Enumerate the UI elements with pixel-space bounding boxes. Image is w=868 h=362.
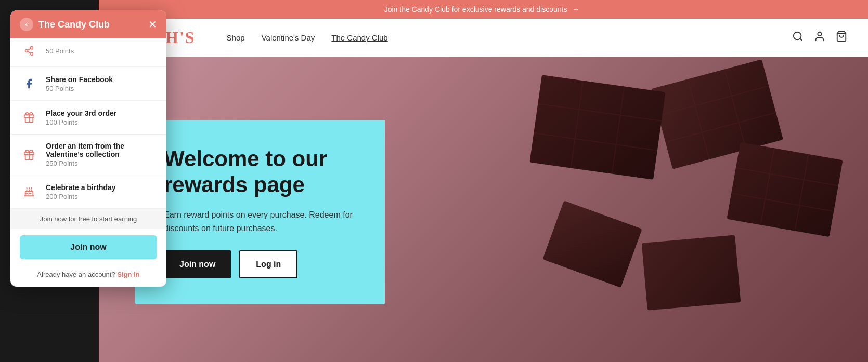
valentines-info: Order an item from the Valentine's colle… <box>46 142 157 167</box>
svg-line-19 <box>28 51 31 53</box>
svg-point-18 <box>31 52 33 55</box>
announcement-arrow: → <box>572 5 579 14</box>
facebook-icon <box>20 74 38 93</box>
site-header: LEIGH'S Shop Valentine's Day The Candy C… <box>99 19 868 57</box>
facebook-info: Share on Facebook 50 Points <box>46 75 157 92</box>
svg-point-2 <box>818 32 821 36</box>
svg-line-14 <box>538 104 662 121</box>
signin-link[interactable]: Sign in <box>117 271 139 278</box>
cake-icon <box>20 182 38 201</box>
choc-piece-4 <box>542 200 642 287</box>
search-icon[interactable] <box>792 31 804 45</box>
hero-section: Welcome to our rewards page Earn reward … <box>99 57 868 362</box>
announcement-bar[interactable]: Join the Candy Club for exclusive reward… <box>99 0 868 19</box>
hero-join-button[interactable]: Join now <box>164 250 231 278</box>
gift-icon-1 <box>20 108 38 127</box>
hero-login-button[interactable]: Log in <box>239 250 297 278</box>
svg-line-1 <box>800 38 802 41</box>
svg-line-5 <box>724 69 746 150</box>
svg-line-7 <box>665 113 776 142</box>
svg-line-12 <box>571 81 584 168</box>
close-icon: ✕ <box>148 19 157 30</box>
announcement-text: Join the Candy Club for exclusive reward… <box>384 5 567 14</box>
reward-item-partial: 50 Points <box>10 38 166 67</box>
choc-piece-3 <box>642 235 741 310</box>
valentines-points: 250 Points <box>46 159 157 167</box>
svg-line-8 <box>760 148 774 225</box>
choc-piece-5 <box>529 75 665 180</box>
birthday-points: 200 Points <box>46 193 157 200</box>
reward-item-third-order: Place your 3rd order 100 Points <box>10 101 166 135</box>
cta-text: Join now for free to start earning <box>40 215 137 223</box>
valentines-name: Order an item from the Valentine's colle… <box>46 142 157 158</box>
svg-line-13 <box>612 86 625 173</box>
birthday-name: Celebrate a birthday <box>46 183 157 192</box>
panel-close-button[interactable]: ✕ <box>148 19 157 30</box>
nav-valentines[interactable]: Valentine's Day <box>262 33 315 42</box>
panel-back-button[interactable]: ‹ <box>20 18 33 31</box>
account-icon[interactable] <box>814 31 825 45</box>
partial-points: 50 Points <box>46 47 157 55</box>
facebook-reward-name: Share on Facebook <box>46 75 157 84</box>
third-order-name: Place your 3rd order <box>46 109 157 117</box>
panel-signin: Already have an account? Sign in <box>10 265 166 287</box>
hero-title: Welcome to our rewards page <box>164 146 356 198</box>
partial-icon <box>20 42 38 60</box>
reward-item-birthday: Celebrate a birthday 200 Points <box>10 175 166 209</box>
signin-prefix: Already have an account? <box>37 271 115 278</box>
svg-point-17 <box>25 50 28 52</box>
third-order-info: Place your 3rd order 100 Points <box>46 109 157 126</box>
svg-line-20 <box>28 48 31 50</box>
panel-title: The Candy Club <box>38 19 110 30</box>
choc-piece-2 <box>727 142 843 237</box>
back-icon: ‹ <box>25 20 28 29</box>
cart-icon[interactable] <box>836 31 847 45</box>
gift-icon-2 <box>20 145 38 164</box>
svg-line-6 <box>658 86 769 115</box>
third-order-points: 100 Points <box>46 118 157 126</box>
rewards-panel: ‹ The Candy Club ✕ 50 Points Share on <box>10 10 166 287</box>
main-site: Join the Candy Club for exclusive reward… <box>99 0 868 362</box>
birthday-info: Celebrate a birthday 200 Points <box>46 183 157 200</box>
hero-content-box: Welcome to our rewards page Earn reward … <box>135 120 385 305</box>
hero-subtitle: Earn reward points on every purchase. Re… <box>164 208 356 235</box>
nav-candy-club[interactable]: The Candy Club <box>331 33 387 42</box>
panel-body: 50 Points Share on Facebook 50 Points Pl… <box>10 38 166 287</box>
reward-item-facebook: Share on Facebook 50 Points <box>10 67 166 101</box>
nav-shop[interactable]: Shop <box>227 33 245 42</box>
panel-cta: Join now for free to start earning <box>10 209 166 229</box>
facebook-reward-points: 50 Points <box>46 85 157 92</box>
svg-line-10 <box>736 168 838 186</box>
panel-header: ‹ The Candy Club ✕ <box>10 10 166 38</box>
svg-line-11 <box>731 193 834 211</box>
panel-header-left: ‹ The Candy Club <box>20 18 110 31</box>
hero-buttons: Join now Log in <box>164 250 356 278</box>
partial-info: 50 Points <box>46 47 157 55</box>
panel-join-button[interactable]: Join now <box>20 235 157 259</box>
svg-line-9 <box>795 154 808 231</box>
site-nav: Shop Valentine's Day The Candy Club <box>227 33 792 42</box>
svg-line-4 <box>688 79 709 159</box>
svg-line-15 <box>534 133 657 150</box>
header-icons <box>792 31 847 45</box>
reward-item-valentines: Order an item from the Valentine's colle… <box>10 135 166 175</box>
svg-point-16 <box>31 47 33 49</box>
